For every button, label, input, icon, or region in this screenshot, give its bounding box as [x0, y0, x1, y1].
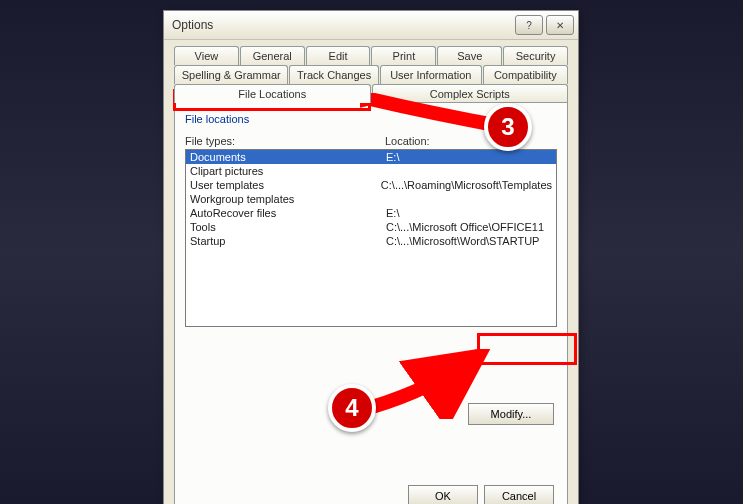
- file-locations-listbox[interactable]: DocumentsE:\Clipart picturesUser templat…: [185, 149, 557, 327]
- close-button[interactable]: ✕: [546, 15, 574, 35]
- list-item[interactable]: User templatesC:\...\Roaming\Microsoft\T…: [186, 178, 556, 192]
- help-button[interactable]: ?: [515, 15, 543, 35]
- tab-track-changes[interactable]: Track Changes: [289, 65, 378, 84]
- titlebar-buttons: ? ✕: [515, 15, 574, 35]
- annotation-badge-4-text: 4: [345, 394, 358, 422]
- list-item-type: Tools: [190, 221, 386, 233]
- col-header-file-types: File types:: [185, 135, 385, 147]
- list-item-location: [386, 193, 552, 205]
- ok-button[interactable]: OK: [408, 485, 478, 504]
- tab-compatibility[interactable]: Compatibility: [483, 65, 568, 84]
- list-item-location: E:\: [386, 151, 552, 163]
- tab-row-1: View General Edit Print Save Security: [174, 46, 568, 65]
- cancel-button[interactable]: Cancel: [484, 485, 554, 504]
- tab-save[interactable]: Save: [437, 46, 502, 65]
- list-item[interactable]: DocumentsE:\: [186, 150, 556, 164]
- list-item-location: C:\...\Microsoft\Word\STARTUP: [386, 235, 552, 247]
- list-item[interactable]: StartupC:\...\Microsoft\Word\STARTUP: [186, 234, 556, 248]
- list-item-location: C:\...\Microsoft Office\OFFICE11: [386, 221, 552, 233]
- titlebar: Options ? ✕: [164, 11, 578, 40]
- list-item[interactable]: Workgroup templates: [186, 192, 556, 206]
- list-item[interactable]: AutoRecover filesE:\: [186, 206, 556, 220]
- tab-edit[interactable]: Edit: [306, 46, 371, 65]
- list-item-type: AutoRecover files: [190, 207, 386, 219]
- tab-panel-file-locations: File locations File types: Location: Doc…: [174, 102, 568, 504]
- tab-user-information[interactable]: User Information: [380, 65, 482, 84]
- list-item-type: Clipart pictures: [190, 165, 386, 177]
- tab-spelling-grammar[interactable]: Spelling & Grammar: [174, 65, 288, 84]
- tab-view[interactable]: View: [174, 46, 239, 65]
- modify-button[interactable]: Modify...: [468, 403, 554, 425]
- list-item-type: Workgroup templates: [190, 193, 386, 205]
- tab-security[interactable]: Security: [503, 46, 568, 65]
- list-item-type: Startup: [190, 235, 386, 247]
- annotation-badge-3: 3: [484, 103, 532, 151]
- annotation-badge-3-text: 3: [501, 113, 514, 141]
- list-item-location: [386, 165, 552, 177]
- tab-complex-scripts[interactable]: Complex Scripts: [372, 84, 569, 103]
- tab-file-locations[interactable]: File Locations: [174, 84, 371, 103]
- dialog-buttons: OK Cancel: [408, 485, 554, 504]
- list-item[interactable]: Clipart pictures: [186, 164, 556, 178]
- tab-print[interactable]: Print: [371, 46, 436, 65]
- list-item[interactable]: ToolsC:\...\Microsoft Office\OFFICE11: [186, 220, 556, 234]
- dialog-title: Options: [172, 18, 515, 32]
- list-item-location: C:\...\Roaming\Microsoft\Templates: [381, 179, 552, 191]
- annotation-badge-4: 4: [328, 384, 376, 432]
- tab-row-3: File Locations Complex Scripts: [174, 84, 568, 103]
- col-header-location: Location:: [385, 135, 557, 147]
- list-item-type: User templates: [190, 179, 381, 191]
- tab-row-2: Spelling & Grammar Track Changes User In…: [174, 65, 568, 84]
- list-item-type: Documents: [190, 151, 386, 163]
- tab-general[interactable]: General: [240, 46, 305, 65]
- options-dialog: Options ? ✕ View General Edit Print Save…: [163, 10, 579, 504]
- tabs-area: View General Edit Print Save Security Sp…: [164, 40, 578, 103]
- list-item-location: E:\: [386, 207, 552, 219]
